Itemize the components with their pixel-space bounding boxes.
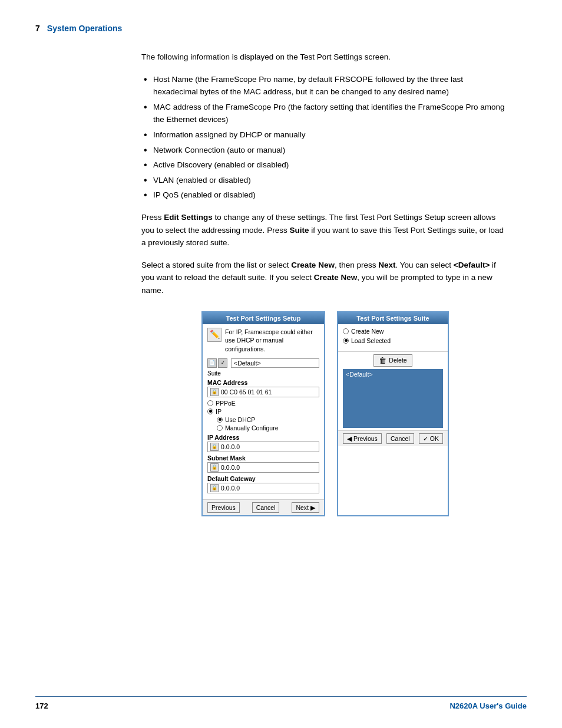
page-number: 172: [35, 701, 48, 710]
mac-address-value: 00 C0 65 01 01 61: [221, 388, 272, 396]
right-previous-button[interactable]: ◀ Previous: [343, 433, 382, 444]
load-selected-radio[interactable]: Load Selected: [343, 337, 443, 344]
list-item: IP QoS (enabled or disabled): [141, 189, 509, 202]
ip-address-label: IP Address: [207, 434, 319, 441]
subnet-mask-label: Subnet Mask: [207, 454, 319, 462]
chapter-header: 7 System Operations: [35, 24, 527, 33]
load-selected-label: Load Selected: [351, 337, 391, 344]
test-port-settings-setup-dialog: Test Port Settings Setup ✏️ For IP, Fram…: [201, 311, 325, 516]
delete-icon: 🗑: [379, 356, 386, 365]
right-dialog-title: Test Port Settings Suite: [338, 312, 448, 324]
default-gateway-label: Default Gateway: [207, 475, 319, 482]
list-item: Information assigned by DHCP or manually: [141, 129, 509, 141]
left-dialog-title: Test Port Settings Setup: [203, 312, 324, 324]
suite-icon1: 📄: [207, 358, 217, 368]
list-item: VLAN (enabled or disabled): [141, 174, 509, 187]
ip-radio[interactable]: IP: [207, 408, 319, 415]
ip-sub-options: Use DHCP Manually Configure: [217, 416, 319, 431]
connection-type-radio-group: PPPoE IP Use DHCP: [207, 400, 319, 431]
suite-icon2: ✓: [218, 358, 227, 368]
intro-paragraph: The following information is displayed o…: [141, 51, 509, 64]
manually-radio[interactable]: Manually Configure: [217, 424, 319, 431]
ip-label: IP: [216, 408, 222, 415]
left-next-button[interactable]: Next ▶: [292, 502, 319, 513]
use-dhcp-circle: [217, 417, 223, 423]
suite-icons: 📄 ✓: [207, 358, 227, 368]
ip-address-field[interactable]: 🔒 0.0.0.0: [207, 442, 319, 452]
list-item: Active Discovery (enabled or disabled): [141, 159, 509, 172]
delete-button[interactable]: 🗑 Delete: [373, 354, 412, 367]
guide-title: N2620A User's Guide: [449, 701, 527, 710]
edit-settings-paragraph: Press Edit Settings to change any of the…: [141, 211, 509, 249]
default-gateway-field[interactable]: 🔒 0.0.0.0: [207, 483, 319, 493]
list-item: Network Connection (auto or manual): [141, 144, 509, 157]
screenshots-row: Test Port Settings Setup ✏️ For IP, Fram…: [141, 311, 509, 516]
default-gateway-group: Default Gateway 🔒 0.0.0.0: [207, 475, 319, 493]
suite-label: Suite: [207, 370, 319, 377]
dialog-info-text: For IP, Framescope could either use DHCP…: [225, 328, 319, 354]
subnet-mask-value: 0.0.0.0: [221, 464, 240, 471]
ip-lock-icon: 🔒: [210, 443, 219, 451]
manually-circle: [217, 425, 223, 431]
list-item: MAC address of the FrameScope Pro (the f…: [141, 101, 509, 126]
left-previous-button[interactable]: Previous: [207, 502, 240, 513]
delete-row: 🗑 Delete: [338, 354, 448, 367]
pppoe-label: PPPoE: [216, 400, 236, 407]
left-dialog-footer: Previous Cancel Next ▶: [203, 499, 324, 515]
list-item: Host Name (the FrameScope Pro name, by d…: [141, 73, 509, 98]
create-new-circle: [343, 328, 349, 334]
suite-list-area[interactable]: <Default>: [343, 369, 443, 428]
bullet-list: Host Name (the FrameScope Pro name, by d…: [141, 73, 509, 202]
ip-address-group: IP Address 🔒 0.0.0.0: [207, 434, 319, 452]
suite-value: <Default>: [234, 360, 261, 367]
suite-list-item: <Default>: [346, 371, 373, 378]
page-footer: 172 N2620A User's Guide: [35, 696, 527, 710]
subnet-lock-icon: 🔒: [210, 463, 219, 472]
manually-label: Manually Configure: [225, 424, 278, 431]
right-dialog-footer: ◀ Previous Cancel ✓ OK: [338, 430, 448, 446]
default-gateway-value: 0.0.0.0: [221, 485, 240, 492]
subnet-mask-group: Subnet Mask 🔒 0.0.0.0: [207, 454, 319, 473]
suite-row: 📄 ✓ <Default>: [207, 358, 319, 368]
create-new-radio[interactable]: Create New: [343, 328, 443, 335]
info-icon: ✏️: [207, 328, 222, 342]
right-cancel-button[interactable]: Cancel: [386, 433, 414, 444]
left-cancel-button[interactable]: Cancel: [252, 502, 280, 513]
mac-address-group: MAC Address 🔒 00 C0 65 01 01 61: [207, 379, 319, 397]
use-dhcp-label: Use DHCP: [225, 416, 255, 423]
test-port-settings-suite-dialog: Test Port Settings Suite Create New Load…: [337, 311, 449, 516]
chapter-number: 7: [35, 24, 40, 33]
subnet-mask-field[interactable]: 🔒 0.0.0.0: [207, 462, 319, 473]
dialog-info-row: ✏️ For IP, Framescope could either use D…: [207, 328, 319, 354]
use-dhcp-radio[interactable]: Use DHCP: [217, 416, 319, 423]
right-ok-button[interactable]: ✓ OK: [419, 433, 443, 444]
chapter-title: System Operations: [47, 24, 123, 33]
pppoe-radio[interactable]: PPPoE: [207, 400, 319, 407]
gateway-lock-icon: 🔒: [210, 484, 219, 492]
right-radio-section: Create New Load Selected: [338, 324, 448, 349]
ip-radio-circle: [207, 409, 213, 414]
suite-field[interactable]: <Default>: [231, 358, 319, 368]
load-selected-circle: [343, 338, 349, 344]
create-new-paragraph: Select a stored suite from the list or s…: [141, 259, 509, 297]
create-new-label: Create New: [351, 328, 384, 335]
mac-address-label: MAC Address: [207, 379, 319, 386]
mac-address-field[interactable]: 🔒 00 C0 65 01 01 61: [207, 387, 319, 397]
main-content: The following information is displayed o…: [141, 51, 509, 516]
mac-lock-icon: 🔒: [210, 388, 219, 396]
ip-address-value: 0.0.0.0: [221, 443, 240, 450]
pppoe-radio-circle: [207, 400, 213, 406]
